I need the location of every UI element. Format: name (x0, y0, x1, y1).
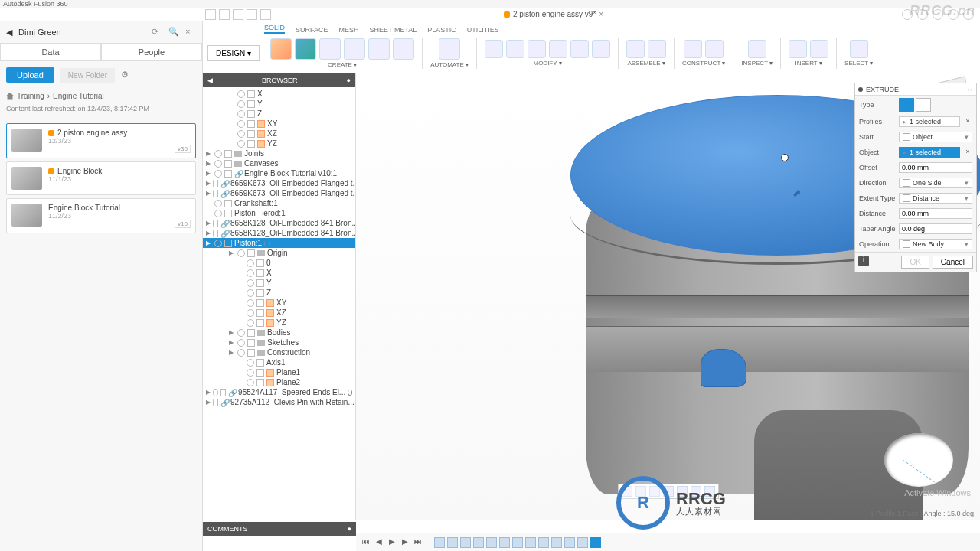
select-box-icon[interactable] (256, 289, 264, 297)
piston-ring[interactable] (586, 295, 969, 318)
plane-icon[interactable] (684, 40, 702, 58)
crumb-0[interactable]: Training (17, 92, 44, 100)
timeline-end-icon[interactable]: ⏭ (413, 537, 423, 548)
comments-bar[interactable]: COMMENTS ● (203, 522, 356, 536)
select-box-icon[interactable] (217, 230, 218, 237)
notifications-icon[interactable] (917, 9, 928, 20)
origin-point-icon[interactable] (781, 154, 789, 161)
taper-input[interactable] (899, 223, 972, 234)
viewport-layout-icon[interactable] (704, 486, 715, 497)
home-icon[interactable] (6, 93, 14, 100)
visibility-icon[interactable] (237, 140, 245, 148)
group-label[interactable]: SELECT ▾ (844, 60, 873, 67)
timeline-feature[interactable] (434, 537, 445, 548)
select-box-icon[interactable] (247, 110, 255, 118)
ribbon-tab-sheetmetal[interactable]: SHEET METAL (370, 26, 417, 34)
ribbon-tab-mesh[interactable]: MESH (339, 26, 359, 34)
ribbon-tab-plastic[interactable]: PLASTIC (427, 26, 456, 34)
select-box-icon[interactable] (224, 210, 232, 217)
grid-icon[interactable] (205, 9, 216, 20)
distance-input[interactable] (899, 208, 972, 219)
visibility-icon[interactable] (247, 379, 254, 386)
zoom-icon[interactable] (649, 486, 660, 497)
visibility-icon[interactable] (237, 110, 245, 118)
insert-derive-icon[interactable] (789, 40, 807, 58)
select-icon[interactable] (850, 40, 868, 58)
tree-item[interactable]: Y (203, 278, 355, 288)
info-icon[interactable]: i (858, 256, 869, 266)
clear-selection-icon[interactable]: × (963, 117, 972, 126)
measure-icon[interactable] (748, 40, 766, 58)
revolve-icon[interactable] (319, 38, 341, 60)
tree-item[interactable]: Z (203, 288, 355, 298)
tree-item[interactable]: Y (203, 99, 355, 109)
select-box-icon[interactable] (224, 170, 232, 178)
expand-icon[interactable]: ● (348, 525, 351, 533)
tree-item[interactable]: ▶Canvases (203, 158, 355, 168)
tree-item[interactable]: ▶🔗8658K128_Oil-Embedded 841 Bron... (203, 218, 355, 228)
visibility-icon[interactable] (237, 90, 245, 98)
axis-icon[interactable] (705, 40, 724, 58)
select-box-icon[interactable] (256, 309, 264, 317)
tree-item[interactable]: ▶🔗8658K128_Oil-Embedded 841 Bron... (203, 228, 355, 238)
help-icon[interactable] (963, 9, 974, 20)
combine-icon[interactable] (570, 40, 589, 58)
select-box-icon[interactable] (217, 220, 218, 227)
timeline-feature[interactable] (512, 537, 523, 548)
undo-icon[interactable] (247, 9, 257, 20)
select-box-icon[interactable] (217, 399, 218, 406)
tree-item[interactable]: X (203, 89, 355, 99)
file-card[interactable]: Engine Block Tutorial 11/2/23 v10 (6, 198, 196, 233)
tree-item[interactable]: XZ (203, 308, 355, 318)
visibility-icon[interactable] (237, 130, 245, 138)
tree-item[interactable]: XY (203, 119, 355, 129)
pin-icon[interactable]: ↔ (966, 86, 973, 93)
export-icon[interactable] (233, 9, 243, 20)
chamfer-icon[interactable] (528, 40, 546, 58)
visibility-icon[interactable] (237, 329, 245, 337)
tree-item[interactable]: XZ (203, 129, 355, 139)
select-box-icon[interactable] (217, 180, 218, 187)
select-box-icon[interactable] (247, 90, 255, 98)
tree-item[interactable]: ▶🔗95524A117_Speared Ends El... (203, 387, 355, 397)
tree-item[interactable]: YZ (203, 139, 355, 148)
select-box-icon[interactable] (220, 389, 226, 396)
timeline-feature[interactable] (460, 537, 471, 548)
visibility-icon[interactable] (247, 289, 254, 297)
cancel-button[interactable]: Cancel (933, 256, 973, 269)
timeline-fwd-icon[interactable]: ▶ (400, 537, 410, 548)
tree-item[interactable]: ▶Sketches (203, 337, 355, 347)
timeline-feature[interactable] (551, 537, 562, 548)
select-box-icon[interactable] (247, 100, 255, 108)
clear-selection-icon[interactable]: × (963, 148, 972, 157)
close-icon[interactable]: × (185, 27, 196, 37)
tree-item[interactable]: ▶🔗Engine Block Tutorial v10:1 (203, 168, 355, 178)
profiles-selector[interactable]: ▸1 selected (899, 116, 960, 127)
back-icon[interactable]: ◀ (6, 28, 12, 37)
tree-item[interactable]: Plane2 (203, 377, 355, 387)
select-box-icon[interactable] (247, 349, 255, 357)
timeline-feature[interactable] (564, 537, 575, 548)
search-icon[interactable]: 🔍 (168, 27, 179, 37)
new-folder-button[interactable]: New Folder (60, 68, 115, 83)
extrude-icon[interactable] (295, 38, 316, 60)
refresh-icon[interactable]: ⟳ (152, 27, 162, 37)
tree-item[interactable]: Z (203, 109, 355, 119)
shell-icon[interactable] (549, 40, 567, 58)
tree-item[interactable]: ▶Construction (203, 347, 355, 357)
timeline-feature[interactable] (473, 537, 484, 548)
visibility-icon[interactable] (237, 339, 245, 347)
tree-item[interactable]: YZ (203, 318, 355, 328)
timeline-start-icon[interactable]: ⏮ (361, 537, 371, 548)
visibility-icon[interactable] (213, 389, 218, 396)
ribbon-tab-solid[interactable]: SOLID (264, 24, 285, 34)
visibility-icon[interactable] (247, 259, 254, 267)
tree-item[interactable]: Axis1 (203, 357, 355, 367)
ok-button[interactable]: OK (901, 256, 929, 269)
select-box-icon[interactable] (256, 319, 264, 327)
select-box-icon[interactable] (247, 339, 255, 347)
visibility-icon[interactable] (213, 190, 214, 197)
group-label[interactable]: INSPECT ▾ (741, 60, 773, 67)
tree-item[interactable]: 0 (203, 258, 355, 268)
new-design-icon[interactable] (902, 9, 913, 20)
